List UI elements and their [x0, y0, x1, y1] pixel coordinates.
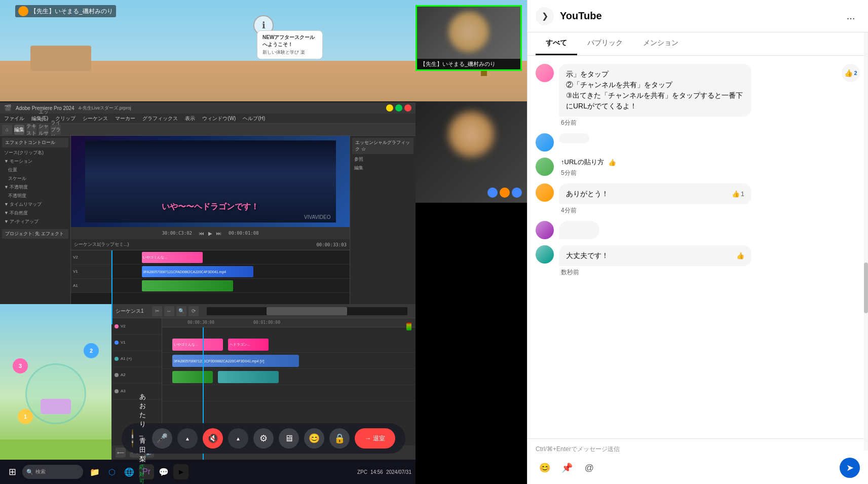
tl-tool-1[interactable]: ✂ [152, 306, 162, 316]
taskbar-app-4[interactable]: ▶ [173, 464, 188, 479]
leave-button[interactable]: → 退室 [355, 428, 395, 449]
bottom-track-v1[interactable]: 3FA2805700871211CF0D0882CA220C4F3D041.mp… [162, 353, 416, 369]
clip-a1-green[interactable] [142, 280, 233, 291]
premiere-titlebar: 🎬 Adobe Premiere Pro 2024 4-先生Liveスダーズ.p… [0, 102, 416, 114]
maximize-button[interactable] [395, 104, 402, 111]
mic-chevron[interactable]: ▲ [177, 428, 198, 449]
taskbar-app-edge[interactable]: ⬡ [104, 464, 120, 479]
toolbar-text-tab[interactable]: テキスト [26, 125, 36, 135]
scrollbar-thumb[interactable] [864, 263, 868, 313]
bottom-clip-v1[interactable]: 3FA2805700871211CF0D0882CA220C4F3D041.mp… [172, 355, 299, 367]
like-button-1[interactable]: 👍 2 [842, 64, 860, 82]
track-v2-label: V2 [71, 250, 111, 264]
streamer-camera-overlay: 【先生】いそまる_磯村みのり [416, 5, 522, 71]
effects-item-3[interactable]: 位置 [2, 166, 68, 174]
more-options-button[interactable]: ... [842, 7, 860, 25]
toolbar-home[interactable]: ⌂ [2, 125, 12, 135]
taskbar-app-explorer[interactable]: 📁 [87, 464, 102, 479]
left-panel: ℹ NEWアフタースクール へようこそ！ 新しい体験と学び 楽 【先生】いそまる… [0, 0, 527, 484]
menu-view[interactable]: 表示 [183, 114, 197, 123]
clip-v1-blue[interactable]: 3FA280570087121CFAD0882CA220C4F3D041.mp4 [142, 266, 253, 277]
eg-item-1[interactable]: 参照 [352, 155, 413, 164]
chat-input-row: 😊 📌 @ ➤ [536, 458, 860, 478]
bottom-clip-a1[interactable] [172, 371, 213, 383]
mute-button[interactable]: 🔇 [203, 428, 223, 449]
taskbar: ⊞ 🔍 検索 📁 ⬡ 🌐 Pr 💬 ▶ ZPC 14:56 2024/07/31 [0, 460, 416, 484]
send-button[interactable]: ➤ [840, 458, 860, 478]
track-a1-content[interactable] [111, 279, 350, 292]
windows-start-button[interactable]: ⊞ [4, 464, 20, 480]
tab-all[interactable]: すべて [536, 32, 577, 55]
effects-item-8[interactable]: ▼ 不自然度 [2, 209, 68, 217]
effects-item-6[interactable]: 不透明度 [2, 192, 68, 200]
bottom-clip-a1b[interactable] [218, 371, 279, 383]
eg-header: エッセンシャルグラフィック ☆ [352, 138, 413, 154]
taskbar-search[interactable]: 🔍 検索 [22, 465, 83, 479]
eg-item-2[interactable]: 編集 [352, 164, 413, 172]
taskbar-app-chrome[interactable]: 🌐 [122, 464, 137, 479]
toolbar-edit-tab[interactable]: 編集 [14, 125, 24, 135]
like-count-1: 2 [854, 70, 857, 76]
input-hint: Ctrl/⌘+Enterでメッセージ送信 [536, 445, 860, 454]
back-button[interactable]: ❯ [536, 7, 554, 25]
minimize-button[interactable] [386, 104, 393, 111]
meeting-status: 応対可 [139, 464, 146, 485]
track-v1-content[interactable]: 3FA280570087121CFAD0882CA220C4F3D041.mp4 [111, 265, 350, 278]
message-text-3: ありがとう！ [566, 189, 609, 199]
lock-button[interactable]: 🔒 [329, 428, 350, 449]
tl-tool-3[interactable]: 🔍 [176, 306, 186, 316]
at-button[interactable]: @ [580, 459, 598, 477]
bottom-clip-v2-2[interactable]: ヘドラゴン... [228, 339, 269, 351]
toolbar-sound-tab[interactable]: エッセンシャルサウンド [39, 125, 49, 135]
settings-button[interactable]: ⚙ [253, 428, 274, 449]
scrollbar-track[interactable] [864, 32, 868, 451]
emoji-button[interactable]: 😊 [304, 428, 324, 449]
ruler-mark-2: 00:01:00:00 [253, 320, 280, 325]
classroom-furniture [30, 46, 91, 71]
taskbar-date: 2024/07/31 [386, 469, 411, 475]
tl-tool-2[interactable]: ↔ [164, 306, 174, 316]
bottom-track-a2[interactable] [162, 385, 416, 401]
track-v1-label: V1 [71, 265, 111, 278]
effects-item-5[interactable]: ▼ 不透明度 [2, 183, 68, 192]
emoji-input-button[interactable]: 😊 [536, 459, 554, 477]
timeline-scrollbar-thumb[interactable] [267, 307, 347, 315]
effects-item-9[interactable]: ▼ ア-ティアップ [2, 217, 68, 226]
menu-file[interactable]: ファイル [2, 114, 26, 123]
effects-item-2[interactable]: ▼ モーション [2, 157, 68, 166]
taskbar-app-discord[interactable]: 💬 [156, 464, 171, 479]
control-rewind[interactable]: ⏮ [199, 231, 204, 236]
track-v2-content[interactable]: いやゴミんな... [111, 250, 350, 264]
search-placeholder: 検索 [35, 468, 46, 475]
tl-tool-4[interactable]: ⟳ [188, 306, 199, 316]
control-forward[interactable]: ⏭ [216, 231, 221, 236]
bottom-clip-v2-1[interactable]: いやゴミんな... [172, 339, 223, 351]
effects-item-1[interactable]: ソース(クリップ名) [2, 148, 68, 157]
bt-tool-1[interactable]: ⟵ [116, 448, 126, 458]
timeline-playhead [111, 250, 112, 324]
mic-button[interactable]: 🎤 [152, 428, 172, 449]
bottom-track-a1[interactable] [162, 369, 416, 385]
tab-public[interactable]: パブリック [577, 32, 633, 55]
pin-button[interactable]: 📌 [558, 459, 576, 477]
track-label-a1: A1 (+) [111, 351, 162, 367]
tab-mention[interactable]: メンション [633, 32, 689, 55]
timeline-scrollbar[interactable] [207, 307, 407, 315]
menu-marker[interactable]: マーカー [113, 114, 137, 123]
effects-item-4[interactable]: スケール [2, 174, 68, 183]
mute-chevron[interactable]: ▲ [228, 428, 248, 449]
toolbar-library-tab[interactable]: ライブラリ [51, 125, 61, 135]
menu-help[interactable]: ヘルプ(H) [241, 114, 267, 123]
effects-item-7[interactable]: ▼ タイムリマップ [2, 200, 68, 209]
bottom-track-v2[interactable]: いやゴミんな... ヘドラゴン... [162, 337, 416, 353]
ruler-mark-1: 00:00:30:00 [187, 320, 214, 325]
control-play[interactable]: ▶ [208, 231, 212, 236]
avatar-5 [536, 221, 554, 239]
menu-graphics[interactable]: グラフィックス [140, 114, 180, 123]
clip-v2-pink[interactable]: いやゴミんな... [142, 252, 203, 263]
close-button[interactable] [404, 104, 411, 111]
menu-sequence[interactable]: シーケンス [81, 114, 110, 123]
screen-share-button[interactable]: 🖥 [279, 428, 299, 449]
virtual-world-bottom: 1 2 3 [0, 304, 111, 460]
menu-window[interactable]: ウィンドウ(W) [200, 114, 238, 123]
